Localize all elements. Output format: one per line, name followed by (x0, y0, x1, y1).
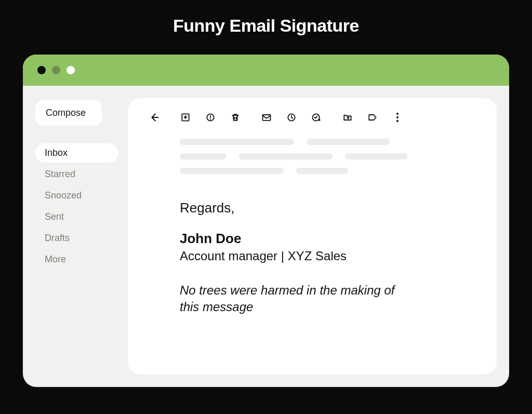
sidebar-item-inbox[interactable]: Inbox (35, 143, 118, 163)
compose-button[interactable]: Compose (35, 100, 102, 126)
sidebar-item-starred[interactable]: Starred (35, 165, 118, 184)
sidebar: Compose Inbox Starred Snoozed Sent Draft… (35, 98, 118, 375)
signature-name: John Doe (180, 231, 455, 247)
mail-panel: Regards, John Doe Account manager | XYZ … (128, 98, 497, 375)
back-icon[interactable] (149, 112, 160, 123)
svg-rect-3 (263, 115, 271, 121)
window-maximize-icon[interactable] (66, 66, 75, 74)
signature-quote: No trees were harmed in the making of th… (180, 282, 398, 316)
archive-icon[interactable] (180, 112, 191, 123)
client-body: Compose Inbox Starred Snoozed Sent Draft… (23, 86, 509, 387)
add-to-tasks-icon[interactable] (311, 112, 322, 123)
labels-icon[interactable] (367, 112, 378, 123)
signature-greeting: Regards, (180, 200, 455, 216)
svg-point-2 (210, 119, 211, 119)
window-close-icon[interactable] (37, 66, 46, 74)
sidebar-nav: Inbox Starred Snoozed Sent Drafts More (35, 143, 118, 269)
move-to-icon[interactable] (342, 112, 353, 123)
window-minimize-icon[interactable] (52, 66, 60, 74)
delete-icon[interactable] (230, 112, 241, 123)
message-placeholder (149, 139, 476, 182)
window-titlebar (23, 55, 509, 86)
sidebar-item-sent[interactable]: Sent (35, 207, 118, 226)
sidebar-item-more[interactable]: More (35, 250, 118, 269)
signature-block: Regards, John Doe Account manager | XYZ … (149, 200, 476, 316)
email-client-window: Compose Inbox Starred Snoozed Sent Draft… (23, 55, 509, 387)
report-spam-icon[interactable] (205, 112, 216, 123)
sidebar-item-drafts[interactable]: Drafts (35, 229, 118, 248)
signature-title: Account manager | XYZ Sales (180, 249, 455, 263)
mail-toolbar (149, 112, 476, 123)
mark-unread-icon[interactable] (261, 112, 272, 123)
more-icon[interactable] (392, 112, 403, 123)
page-title: Funny Email Signature (23, 16, 509, 36)
snooze-icon[interactable] (286, 112, 297, 123)
sidebar-item-snoozed[interactable]: Snoozed (35, 186, 118, 205)
